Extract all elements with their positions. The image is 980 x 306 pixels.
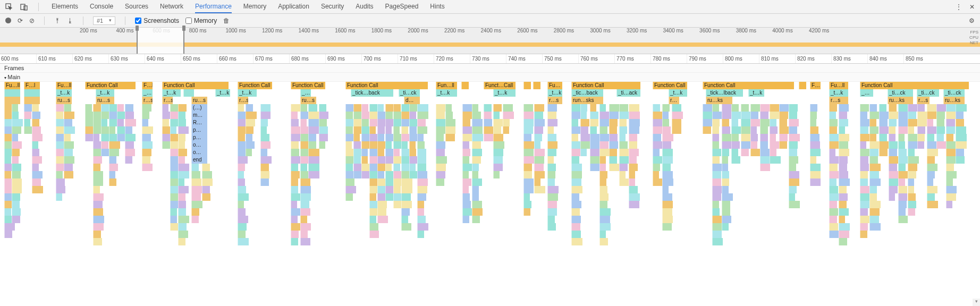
flame-bar[interactable]: Function Call xyxy=(238,82,272,89)
flame-bar[interactable] xyxy=(590,141,601,149)
flame-bar[interactable] xyxy=(238,201,244,208)
flame-bar[interactable] xyxy=(829,104,837,112)
flame-bar[interactable] xyxy=(462,119,470,126)
flame-bar[interactable] xyxy=(345,104,354,112)
flame-bar[interactable] xyxy=(722,171,729,178)
flame-bar[interactable] xyxy=(908,126,914,134)
flame-bar[interactable] xyxy=(750,141,757,149)
flame-bar[interactable] xyxy=(238,193,249,201)
flame-bar[interactable] xyxy=(125,149,135,156)
flame-bar[interactable] xyxy=(178,112,185,119)
flame-bar[interactable] xyxy=(629,119,640,126)
flame-bar[interactable]: _t…k xyxy=(238,89,257,97)
flame-bar[interactable] xyxy=(898,141,905,149)
tab-hints[interactable]: Hints xyxy=(430,0,444,13)
flame-bar[interactable] xyxy=(64,141,74,149)
flame-bar[interactable] xyxy=(503,126,509,134)
flame-bar[interactable] xyxy=(662,178,673,186)
flame-bar[interactable]: r…s xyxy=(142,97,153,104)
flame-bar[interactable] xyxy=(860,126,868,134)
flame-bar[interactable] xyxy=(619,149,629,156)
flame-bar[interactable] xyxy=(64,149,73,156)
flame-bar[interactable] xyxy=(300,119,307,126)
flame-bar[interactable] xyxy=(672,119,681,126)
flame-bar[interactable] xyxy=(260,149,267,156)
flame-bar[interactable] xyxy=(789,134,800,141)
flame-bar[interactable] xyxy=(462,216,469,223)
flame-bar[interactable] xyxy=(547,126,554,134)
flame-bar[interactable] xyxy=(722,112,732,119)
flame-bar[interactable] xyxy=(712,126,719,134)
flame-bar[interactable] xyxy=(142,104,151,112)
flame-bar[interactable] xyxy=(779,134,788,141)
flame-bar[interactable] xyxy=(260,119,268,126)
flame-bar[interactable] xyxy=(64,104,71,112)
flame-bar[interactable] xyxy=(125,104,133,112)
flame-bar[interactable] xyxy=(93,208,103,216)
flame-bar[interactable] xyxy=(472,171,478,178)
flame-bar[interactable] xyxy=(260,104,271,112)
flame-bar[interactable] xyxy=(571,186,582,193)
flame-bar[interactable] xyxy=(712,112,722,119)
flame-bar[interactable] xyxy=(590,134,599,141)
flame-bar[interactable] xyxy=(662,193,672,201)
flame-bar[interactable] xyxy=(789,112,797,119)
flame-bar[interactable] xyxy=(860,171,868,178)
flame-bar[interactable] xyxy=(946,149,957,156)
flame-bar[interactable] xyxy=(101,112,109,119)
flame-bar[interactable] xyxy=(860,156,868,164)
flame-bar[interactable] xyxy=(741,149,749,156)
flame-bar[interactable] xyxy=(829,216,837,223)
flame-bar[interactable] xyxy=(417,186,427,193)
flame-bar[interactable] xyxy=(653,164,660,171)
flame-bar[interactable] xyxy=(246,119,255,126)
flame-bar[interactable] xyxy=(936,126,945,134)
flame-bar[interactable] xyxy=(619,171,626,178)
flame-bar[interactable] xyxy=(599,216,610,223)
flame-bar[interactable] xyxy=(629,201,639,208)
flame-bar[interactable] xyxy=(308,126,319,134)
flame-bar[interactable] xyxy=(183,89,194,97)
flame-bar[interactable] xyxy=(472,126,483,134)
flame-bar[interactable]: Function Call xyxy=(85,82,136,89)
flame-bar[interactable] xyxy=(571,104,581,112)
flame-bar[interactable] xyxy=(619,141,628,149)
tab-pagespeed[interactable]: PageSpeed xyxy=(385,0,419,13)
flame-bar[interactable] xyxy=(908,104,918,112)
flame-bar[interactable] xyxy=(32,112,40,119)
flame-bar[interactable]: Function Call xyxy=(345,82,428,89)
flame-bar[interactable] xyxy=(409,164,416,171)
flame-bar[interactable] xyxy=(56,112,63,119)
flame-bar[interactable] xyxy=(731,104,739,112)
flame-bar[interactable]: _t…k xyxy=(748,89,764,97)
flame-bar[interactable] xyxy=(703,119,713,126)
flame-bar[interactable] xyxy=(291,104,301,112)
flame-bar[interactable] xyxy=(417,134,424,141)
flame-bar[interactable] xyxy=(672,112,683,119)
flame-bar[interactable] xyxy=(142,156,150,164)
flame-bar[interactable] xyxy=(436,164,446,171)
flame-bar[interactable] xyxy=(202,178,213,186)
flame-bar[interactable] xyxy=(345,193,353,201)
flame-bar[interactable]: ru…s xyxy=(300,97,316,104)
flame-bar[interactable]: r…s xyxy=(162,97,173,104)
flame-bar[interactable] xyxy=(56,193,62,201)
flame-bar[interactable] xyxy=(741,104,749,112)
flame-bar[interactable] xyxy=(238,186,246,193)
flame-bar[interactable] xyxy=(393,112,402,119)
flame-bar[interactable]: end xyxy=(191,156,207,164)
flame-bar[interactable] xyxy=(547,208,557,216)
flame-bar[interactable] xyxy=(789,126,797,134)
flame-bar[interactable] xyxy=(472,193,479,201)
tab-application[interactable]: Application xyxy=(278,0,309,13)
flame-bar[interactable]: _… xyxy=(860,89,873,97)
flame-bar[interactable]: Function Call xyxy=(162,82,229,89)
flame-bar[interactable] xyxy=(523,178,534,186)
flame-bar[interactable] xyxy=(260,126,267,134)
flame-bar[interactable] xyxy=(462,164,472,171)
flame-bar[interactable] xyxy=(936,112,945,119)
flame-bar[interactable] xyxy=(472,208,483,216)
flame-bar[interactable] xyxy=(345,164,353,171)
flame-bar[interactable] xyxy=(889,149,897,156)
flame-bar[interactable] xyxy=(319,104,326,112)
